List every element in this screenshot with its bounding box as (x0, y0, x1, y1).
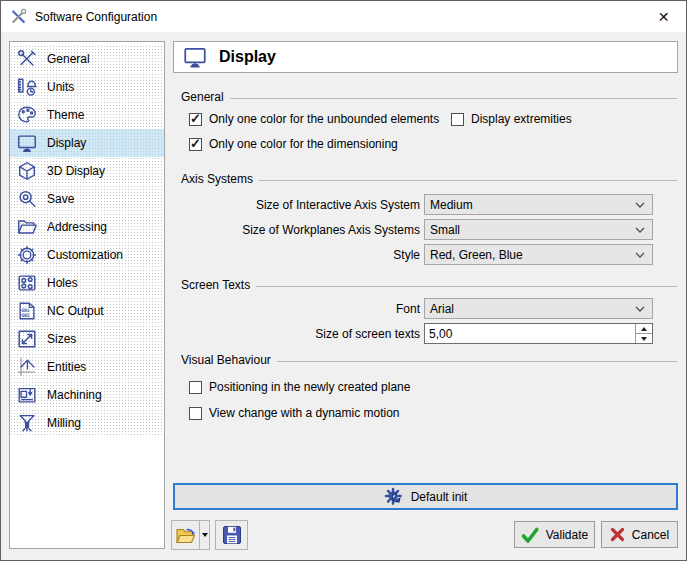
checkbox-dimensioning-color[interactable]: Only one color for the dimensioning (189, 137, 398, 151)
floppy-disk-icon (222, 525, 242, 545)
sidebar-item-3d-display[interactable]: 3D Display (10, 157, 164, 185)
checkbox-box (451, 113, 464, 126)
sidebar-item-holes[interactable]: Holes (10, 269, 164, 297)
row-workplanes-axis-size: Size of Workplanes Axis Systems Small (181, 219, 653, 240)
monitor-icon (15, 131, 39, 155)
section-label: General (181, 90, 224, 104)
close-icon[interactable]: ✕ (641, 1, 686, 32)
checkbox-label: Only one color for the dimensioning (209, 137, 398, 151)
interactive-axis-size-select[interactable]: Medium (424, 194, 653, 215)
machining-icon (15, 383, 39, 407)
section-label: Axis Systems (181, 172, 253, 186)
sidebar-item-display[interactable]: Display (10, 129, 164, 157)
chevron-down-icon (635, 252, 645, 258)
sidebar-item-label: Milling (47, 416, 81, 430)
checkbox-positioning-new-plane[interactable]: Positioning in the newly created plane (189, 380, 410, 394)
workplanes-axis-size-select[interactable]: Small (424, 219, 653, 240)
checkbox-unbounded-color[interactable]: Only one color for the unbounded element… (189, 112, 439, 126)
holes-plate-icon (15, 271, 39, 295)
open-folder-icon[interactable] (172, 521, 199, 549)
sidebar-item-label: NC Output (47, 304, 104, 318)
section-screen-texts: Screen Texts (181, 278, 677, 292)
validate-label: Validate (546, 528, 588, 542)
magnifier-icon (15, 187, 39, 211)
section-visual-behaviour: Visual Behaviour (181, 353, 677, 367)
sidebar-item-label: Customization (47, 248, 123, 262)
selected-value: Medium (430, 198, 473, 212)
window-title: Software Configuration (35, 10, 157, 24)
section-rule (259, 180, 677, 181)
row-font: Font Arial (181, 298, 653, 319)
sidebar-item-units[interactable]: Units (10, 73, 164, 101)
sidebar-item-theme[interactable]: Theme (10, 101, 164, 129)
sidebar-item-label: 3D Display (47, 164, 105, 178)
selected-value: Small (430, 223, 460, 237)
checkbox-box (189, 113, 202, 126)
save-config-button[interactable] (215, 520, 248, 550)
sidebar-item-label: Theme (47, 108, 84, 122)
screen-text-size-spinner[interactable]: 5,00 (424, 323, 653, 344)
checkbox-display-extremities[interactable]: Display extremities (451, 112, 572, 126)
sidebar-item-label: Units (47, 80, 74, 94)
font-select[interactable]: Arial (424, 298, 653, 319)
chevron-down-icon (635, 202, 645, 208)
spin-down-icon[interactable] (636, 334, 652, 343)
gcode-document-icon: G01 G02 (15, 299, 39, 323)
checkbox-box (189, 381, 202, 394)
axis-style-select[interactable]: Red, Green, Blue (424, 244, 653, 265)
row-axis-style: Style Red, Green, Blue (181, 244, 653, 265)
section-rule (230, 98, 677, 99)
section-axis-systems: Axis Systems (181, 172, 677, 186)
sidebar-item-nc-output[interactable]: G01 G02 NC Output (10, 297, 164, 325)
field-label: Size of Interactive Axis System (181, 198, 424, 212)
cancel-button[interactable]: Cancel (601, 521, 678, 548)
units-icon (15, 75, 39, 99)
sidebar-item-label: Display (47, 136, 86, 150)
cancel-label: Cancel (632, 528, 669, 542)
selected-value: Red, Green, Blue (430, 248, 523, 262)
diagonal-resize-icon (15, 327, 39, 351)
section-rule (256, 286, 677, 287)
spinner-value[interactable]: 5,00 (425, 324, 635, 343)
sidebar-item-label: Save (47, 192, 74, 206)
sidebar-item-milling[interactable]: Milling (10, 409, 164, 437)
tools-icon (15, 47, 39, 71)
checkbox-label: Display extremities (471, 112, 572, 126)
sidebar-item-label: General (47, 52, 90, 66)
sidebar-item-addressing[interactable]: Addressing (10, 213, 164, 241)
chevron-down-icon (635, 306, 645, 312)
sidebar-item-entities[interactable]: Entities (10, 353, 164, 381)
sidebar-item-machining[interactable]: Machining (10, 381, 164, 409)
checkbox-label: View change with a dynamic motion (209, 406, 400, 420)
tools-app-icon (10, 8, 27, 25)
sidebar-item-label: Sizes (47, 332, 76, 346)
spin-up-icon[interactable] (636, 324, 652, 334)
field-label: Style (181, 248, 424, 262)
sidebar-item-label: Entities (47, 360, 86, 374)
section-label: Screen Texts (181, 278, 250, 292)
checkbox-box (189, 138, 202, 151)
sidebar-item-label: Addressing (47, 220, 107, 234)
sidebar-item-customization[interactable]: Customization (10, 241, 164, 269)
open-config-split-button[interactable] (171, 520, 210, 550)
sidebar-item-save[interactable]: Save (10, 185, 164, 213)
checkmark-icon (521, 527, 539, 543)
sidebar-item-sizes[interactable]: Sizes (10, 325, 164, 353)
checkbox-dynamic-view-change[interactable]: View change with a dynamic motion (189, 406, 400, 420)
section-general: General (181, 90, 677, 104)
default-init-button[interactable]: Default init (173, 483, 678, 510)
field-label: Size of screen texts (181, 327, 424, 341)
section-rule (277, 361, 677, 362)
checkbox-box (189, 407, 202, 420)
gear-icon (15, 243, 39, 267)
svg-text:G02: G02 (21, 313, 30, 318)
spinner-buttons (635, 324, 652, 343)
x-mark-icon (610, 527, 625, 542)
split-dropdown-arrow-icon[interactable] (199, 521, 209, 549)
row-interactive-axis-size: Size of Interactive Axis System Medium (181, 194, 653, 215)
validate-button[interactable]: Validate (514, 521, 595, 548)
category-list: General Units Theme (9, 41, 165, 549)
entities-sketch-icon (15, 355, 39, 379)
sidebar-item-general[interactable]: General (10, 45, 164, 73)
sidebar-item-label: Machining (47, 388, 102, 402)
